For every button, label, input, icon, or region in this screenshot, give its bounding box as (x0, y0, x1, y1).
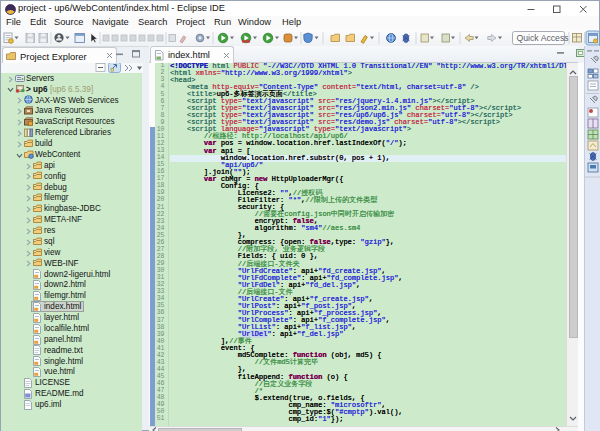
svg-text:Quick Access: Quick Access (517, 33, 570, 43)
